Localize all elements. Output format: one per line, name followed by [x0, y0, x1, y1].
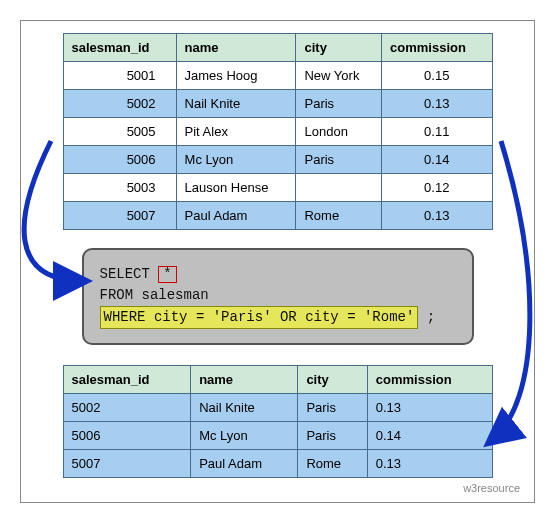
- cell-city: Rome: [296, 202, 382, 230]
- col-salesman-id: salesman_id: [63, 366, 191, 394]
- cell-name: Paul Adam: [191, 450, 298, 478]
- sql-from: FROM salesman: [100, 285, 460, 306]
- sql-select: SELECT: [100, 266, 150, 282]
- cell-city: [296, 174, 382, 202]
- cell-id: 5002: [63, 394, 191, 422]
- cell-name: Pit Alex: [176, 118, 296, 146]
- cell-commission: 0.13: [367, 450, 492, 478]
- cell-id: 5002: [63, 90, 176, 118]
- cell-name: Paul Adam: [176, 202, 296, 230]
- table-row: 5007Paul AdamRome0.13: [63, 202, 492, 230]
- arrow-right-icon: [491, 141, 530, 441]
- cell-id: 5007: [63, 202, 176, 230]
- sql-where: WHERE city = 'Paris' OR city = 'Rome': [100, 306, 419, 329]
- cell-city: New York: [296, 62, 382, 90]
- col-city: city: [298, 366, 367, 394]
- cell-name: Lauson Hense: [176, 174, 296, 202]
- table-row: 5005Pit AlexLondon0.11: [63, 118, 492, 146]
- cell-id: 5006: [63, 422, 191, 450]
- diagram-container: salesman_id name city commission 5001Jam…: [20, 20, 535, 503]
- cell-commission: 0.11: [382, 118, 492, 146]
- cell-commission: 0.14: [382, 146, 492, 174]
- result-table: salesman_id name city commission 5002Nai…: [63, 365, 493, 478]
- source-table: salesman_id name city commission 5001Jam…: [63, 33, 493, 230]
- cell-commission: 0.12: [382, 174, 492, 202]
- col-name: name: [191, 366, 298, 394]
- sql-star: *: [158, 266, 176, 283]
- cell-commission: 0.13: [382, 90, 492, 118]
- cell-city: Rome: [298, 450, 367, 478]
- cell-city: London: [296, 118, 382, 146]
- col-commission: commission: [367, 366, 492, 394]
- cell-name: Nail Knite: [191, 394, 298, 422]
- cell-commission: 0.13: [367, 394, 492, 422]
- cell-id: 5001: [63, 62, 176, 90]
- table-row: 5002Nail KniteParis0.13: [63, 90, 492, 118]
- table-row: 5007Paul AdamRome0.13: [63, 450, 492, 478]
- sql-semicolon: ;: [427, 309, 435, 325]
- sql-query-box: SELECT * FROM salesman WHERE city = 'Par…: [82, 248, 474, 345]
- cell-id: 5003: [63, 174, 176, 202]
- cell-city: Paris: [296, 146, 382, 174]
- cell-name: James Hoog: [176, 62, 296, 90]
- col-salesman-id: salesman_id: [63, 34, 176, 62]
- table-row: 5003Lauson Hense0.12: [63, 174, 492, 202]
- cell-id: 5005: [63, 118, 176, 146]
- cell-name: Nail Knite: [176, 90, 296, 118]
- cell-name: Mc Lyon: [191, 422, 298, 450]
- cell-city: Paris: [298, 422, 367, 450]
- col-commission: commission: [382, 34, 492, 62]
- cell-commission: 0.15: [382, 62, 492, 90]
- cell-city: Paris: [296, 90, 382, 118]
- cell-commission: 0.13: [382, 202, 492, 230]
- cell-name: Mc Lyon: [176, 146, 296, 174]
- table-row: 5001James HoogNew York0.15: [63, 62, 492, 90]
- cell-id: 5006: [63, 146, 176, 174]
- watermark: w3resource: [35, 482, 520, 494]
- col-city: city: [296, 34, 382, 62]
- table-row: 5006Mc LyonParis0.14: [63, 146, 492, 174]
- cell-id: 5007: [63, 450, 191, 478]
- cell-commission: 0.14: [367, 422, 492, 450]
- col-name: name: [176, 34, 296, 62]
- cell-city: Paris: [298, 394, 367, 422]
- table-row: 5002Nail KniteParis0.13: [63, 394, 492, 422]
- table-row: 5006Mc LyonParis0.14: [63, 422, 492, 450]
